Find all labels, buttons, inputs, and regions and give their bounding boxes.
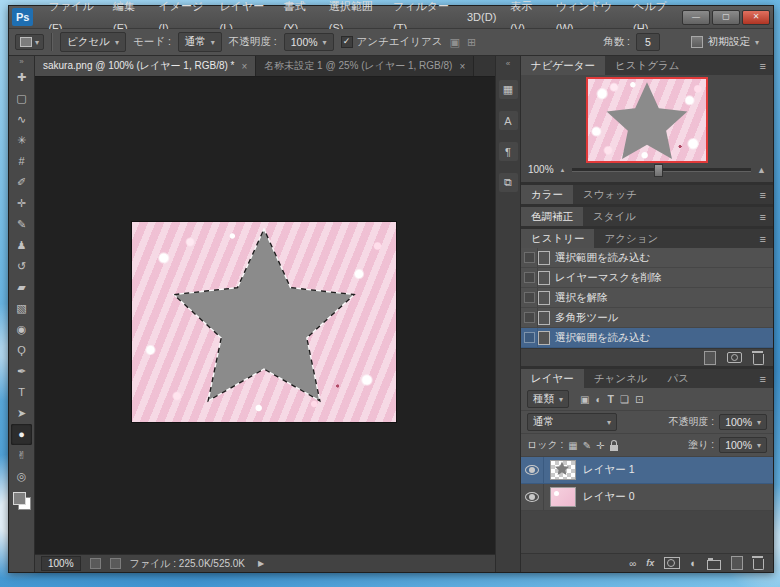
hand-tool[interactable]: ✌ [11, 445, 32, 466]
history-brush-tool[interactable]: ↺ [11, 256, 32, 277]
brush-tool[interactable]: ✎ [11, 214, 32, 235]
titlebar[interactable]: Ps ファイル(F) 編集(E) イメージ(I) レイヤー(L) 書式(Y) 選… [9, 6, 773, 29]
panel-menu-icon[interactable]: ≡ [753, 56, 773, 75]
add-layer-mask-icon[interactable] [664, 557, 680, 569]
panel-menu-icon[interactable]: ≡ [753, 207, 773, 226]
new-group-icon[interactable] [707, 560, 721, 570]
crop-tool[interactable]: # [11, 151, 32, 172]
opacity-dropdown[interactable]: 100% ▾ [284, 33, 334, 51]
mini-bridge-panel-icon[interactable]: ▦ [499, 80, 518, 99]
tab-actions[interactable]: アクション [594, 229, 668, 248]
navigator-proxy-preview[interactable] [588, 79, 706, 161]
collapse-toolbar-icon[interactable]: » [19, 57, 23, 67]
delete-state-icon[interactable] [753, 354, 764, 365]
delete-layer-icon[interactable] [753, 559, 764, 570]
color-swatches[interactable] [13, 492, 31, 510]
tab-histogram[interactable]: ヒストグラム [605, 56, 689, 75]
layer-style-icon[interactable]: fx [646, 558, 654, 568]
foreground-color-swatch[interactable] [13, 492, 26, 505]
panel-menu-icon[interactable]: ≡ [753, 185, 773, 204]
antialias-checkbox[interactable]: ✓ アンチエイリアス [341, 35, 443, 49]
layer-name[interactable]: レイヤー 0 [583, 490, 635, 504]
history-state[interactable]: 多角形ツール [521, 308, 773, 328]
clone-source-panel-icon[interactable]: ⧉ [499, 173, 518, 192]
panel-menu-icon[interactable]: ≡ [753, 229, 773, 248]
zoom-out-icon[interactable]: ▲ [560, 167, 566, 173]
menu-3d[interactable]: 3D(D) [460, 6, 503, 28]
history-state-selected[interactable]: 選択範囲を読み込む [521, 328, 773, 348]
panel-menu-icon[interactable]: ≡ [753, 369, 773, 388]
history-brush-source-checkbox[interactable] [521, 328, 538, 347]
layer-thumbnail[interactable] [550, 487, 576, 507]
dodge-tool[interactable]: Ϙ [11, 340, 32, 361]
workspace-switcher[interactable]: 初期設定 ▾ [683, 33, 767, 51]
combine-shapes-icon[interactable]: ▣ [450, 36, 460, 49]
eyedropper-tool[interactable]: ✐ [11, 172, 32, 193]
layer-visibility-toggle[interactable] [521, 484, 544, 510]
status-menu-arrow-icon[interactable]: ▶ [258, 559, 264, 568]
layer-name[interactable]: レイヤー 1 [583, 463, 635, 477]
new-adjustment-layer-icon[interactable]: ◐ [690, 558, 697, 569]
blur-tool[interactable]: ◉ [11, 319, 32, 340]
healing-brush-tool[interactable]: ✛ [11, 193, 32, 214]
tab-layers[interactable]: レイヤー [521, 369, 584, 388]
character-panel-icon[interactable]: A [499, 111, 518, 130]
maximize-button[interactable]: ▢ [712, 10, 740, 25]
lock-position-icon[interactable]: ✛ [596, 440, 604, 451]
fill-opacity-dropdown[interactable]: 100% ▾ [719, 437, 767, 453]
layer-row-layer0[interactable]: レイヤー 0 [521, 484, 773, 511]
tab-paths[interactable]: パス [657, 369, 699, 388]
document-tab-sakura[interactable]: sakura.png @ 100% (レイヤー 1, RGB/8) * × [35, 56, 256, 76]
layer-blend-mode-dropdown[interactable]: 通常 ▾ [527, 413, 617, 431]
quick-selection-tool[interactable]: ✳ [11, 130, 32, 151]
zoom-tool[interactable]: ◎ [11, 466, 32, 487]
shape-tool[interactable]: ● [11, 424, 32, 445]
filter-shape-layers-icon[interactable]: ❏ [620, 394, 629, 405]
type-tool[interactable]: T [11, 382, 32, 403]
new-layer-icon[interactable] [731, 556, 743, 570]
history-brush-source-checkbox[interactable] [521, 248, 538, 267]
filter-adjustment-layers-icon[interactable]: ◐ [595, 394, 601, 405]
lock-transparent-pixels-icon[interactable]: ▦ [568, 440, 577, 451]
minimize-button[interactable]: — [682, 10, 710, 25]
tab-navigator[interactable]: ナビゲーター [521, 56, 605, 75]
slider-thumb[interactable] [654, 164, 663, 177]
expand-dock-icon[interactable]: « [506, 59, 510, 68]
tab-swatches[interactable]: スウォッチ [573, 185, 647, 204]
paragraph-panel-icon[interactable]: ¶ [499, 142, 518, 161]
pen-tool[interactable]: ✒ [11, 361, 32, 382]
history-brush-source-checkbox[interactable] [521, 288, 538, 307]
filter-smart-objects-icon[interactable]: ⊡ [635, 394, 643, 405]
path-alignment-icon[interactable]: ⊞ [467, 36, 476, 49]
document-tab-untitled[interactable]: 名称未設定 1 @ 25% (レイヤー 1, RGB/8) × [256, 56, 474, 76]
history-state[interactable]: 選択範囲を読み込む [521, 248, 773, 268]
close-tab-icon[interactable]: × [459, 61, 465, 72]
navigator-zoom-field[interactable]: 100% [528, 164, 554, 175]
eraser-tool[interactable]: ▰ [11, 277, 32, 298]
lock-image-pixels-icon[interactable]: ✎ [583, 440, 591, 451]
close-button[interactable]: ✕ [742, 10, 770, 25]
layer-opacity-dropdown[interactable]: 100% ▾ [719, 414, 767, 430]
new-document-from-state-icon[interactable] [704, 351, 716, 365]
tab-color[interactable]: カラー [521, 185, 573, 204]
new-snapshot-icon[interactable] [727, 352, 742, 363]
history-brush-source-checkbox[interactable] [521, 268, 538, 287]
layer-thumbnail[interactable] [550, 460, 576, 480]
history-state[interactable]: 選択を解除 [521, 288, 773, 308]
tab-adjustments[interactable]: 色調補正 [521, 207, 583, 226]
rectangular-marquee-tool[interactable]: ▢ [11, 88, 32, 109]
fill-mode-dropdown[interactable]: ピクセル ▾ [60, 32, 126, 52]
layer-row-layer1[interactable]: レイヤー 1 [521, 457, 773, 484]
clone-stamp-tool[interactable]: ♟ [11, 235, 32, 256]
close-tab-icon[interactable]: × [241, 61, 247, 72]
history-brush-source-checkbox[interactable] [521, 308, 538, 327]
zoom-level-field[interactable]: 100% [41, 556, 81, 571]
layer-visibility-toggle[interactable] [521, 457, 544, 483]
filter-pixel-layers-icon[interactable]: ▣ [580, 394, 589, 405]
canvas[interactable] [35, 77, 495, 554]
gradient-tool[interactable]: ▧ [11, 298, 32, 319]
move-tool[interactable]: ✚ [11, 67, 32, 88]
tab-history[interactable]: ヒストリー [521, 229, 594, 248]
zoom-in-icon[interactable]: ▲ [757, 165, 766, 175]
link-layers-icon[interactable]: ∞ [629, 558, 636, 569]
